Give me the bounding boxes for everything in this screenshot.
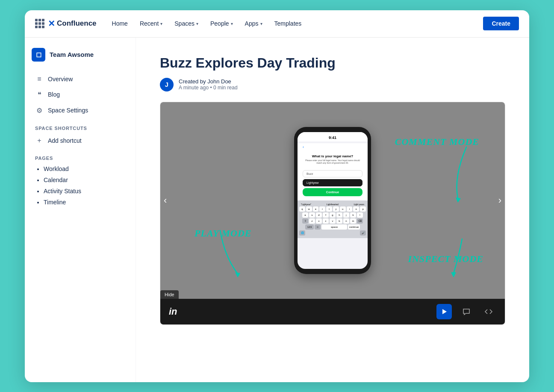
comment-mode-button[interactable]: [459, 304, 474, 319]
top-navigation: ✕ Confluence Home Recent ▾ Spaces ▾ Peop…: [25, 10, 529, 38]
phone-mockup: 9:41 ‹ What is your legal name? Please e…: [294, 127, 371, 274]
sidebar-item-blog[interactable]: ❝ Blog: [32, 87, 129, 102]
nav-spaces[interactable]: Spaces ▾: [169, 17, 203, 30]
svg-marker-0: [456, 197, 461, 203]
phone-time: 9:41: [329, 136, 336, 140]
keyboard-row-2: a s d f g h j k l: [299, 212, 366, 218]
inspect-mode-button[interactable]: [481, 304, 496, 319]
svg-marker-2: [451, 272, 456, 277]
phone-screen: 9:41 ‹ What is your legal name? Please e…: [298, 132, 368, 269]
embed-prev-button[interactable]: ‹: [164, 195, 167, 206]
keyboard-bottom-row: 🌐 🎤: [299, 230, 366, 236]
embed-toolbar: in: [160, 299, 505, 324]
nav-items: Home Recent ▾ Spaces ▾ People ▾ Apps ▾ T…: [107, 17, 477, 30]
phone-field-first: Buzz: [303, 170, 362, 177]
embed-next-button[interactable]: ›: [498, 195, 501, 206]
body-area: ◻ Team Awsome ≡ Overview ❝ Blog ⚙ Space …: [25, 38, 529, 382]
author-info: Created by John Doe A minute ago • 0 min…: [179, 78, 238, 91]
sidebar-item-label: Overview: [48, 76, 73, 83]
hide-button[interactable]: Hide: [160, 290, 179, 299]
phone-input-area: Buzz Lightyear Continue: [298, 168, 368, 200]
phone-continue-button[interactable]: Continue: [303, 188, 362, 196]
invision-logo: in: [169, 306, 177, 317]
toolbar-actions: [436, 304, 496, 319]
code-icon: [484, 307, 493, 316]
annotation-play-mode: Play Mode: [194, 228, 251, 239]
add-shortcut-item[interactable]: + Add shortcut: [32, 133, 129, 148]
phone-suggestions: "Lightyear" Lighthearted Light years: [299, 202, 366, 206]
play-mode-button[interactable]: [436, 304, 452, 319]
nav-templates[interactable]: Templates: [269, 17, 307, 30]
blog-icon: ❝: [35, 91, 44, 99]
confluence-logo[interactable]: ✕ Confluence: [48, 18, 97, 29]
nav-apps[interactable]: Apps ▾: [240, 17, 268, 30]
embed-body: ‹ › 9:41 ‹ What is your legal n: [160, 102, 505, 299]
author-row: J Created by John Doe A minute ago • 0 m…: [160, 78, 505, 91]
space-name: Team Awsome: [50, 51, 94, 58]
avatar: J: [160, 78, 174, 91]
add-shortcut-label: Add shortcut: [48, 137, 82, 144]
nav-people[interactable]: People ▾: [205, 17, 238, 30]
keyboard-row-3: ⇧ z x c v b n m ⌫: [299, 218, 366, 224]
add-icon: +: [35, 137, 44, 144]
spaces-chevron-icon: ▾: [196, 21, 198, 26]
app-switcher-icon[interactable]: [35, 19, 44, 28]
keyboard-row-4: 123 ☺ space continue: [299, 224, 366, 230]
author-meta: A minute ago • 0 min read: [179, 85, 238, 91]
space-header[interactable]: ◻ Team Awsome: [32, 48, 129, 62]
sidebar-item-space-settings[interactable]: ⚙ Space Settings: [32, 103, 129, 118]
sidebar-item-label: Blog: [48, 91, 60, 98]
play-icon: [441, 308, 448, 315]
author-name: Created by John Doe: [179, 78, 238, 85]
confluence-x-icon: ✕: [48, 18, 55, 29]
svg-marker-3: [442, 309, 447, 314]
nav-recent[interactable]: Recent ▾: [135, 17, 168, 30]
shortcuts-section-label: SPACE SHORTCUTS: [32, 119, 129, 133]
recent-chevron-icon: ▾: [160, 21, 162, 26]
apps-chevron-icon: ▾: [260, 21, 262, 26]
page-item-activity-status[interactable]: Activity Status: [44, 186, 129, 197]
create-button[interactable]: Create: [483, 17, 519, 30]
page-title: Buzz Explores Day Trading: [160, 55, 505, 71]
page-item-workload[interactable]: Workload: [44, 163, 129, 174]
phone-topbar: 9:41: [298, 132, 368, 141]
invision-embed: ‹ › 9:41 ‹ What is your legal n: [160, 102, 505, 325]
page-item-timeline[interactable]: Timeline: [44, 197, 129, 208]
space-icon: ◻: [32, 48, 45, 62]
main-content: Buzz Explores Day Trading J Created by J…: [136, 38, 529, 382]
comment-icon: [462, 307, 471, 316]
confluence-wordmark: Confluence: [57, 19, 97, 28]
settings-icon: ⚙: [35, 106, 44, 115]
logo-area: ✕ Confluence: [35, 18, 97, 29]
phone-question: What is your legal name? Please enter yo…: [298, 151, 368, 168]
sidebar-item-overview[interactable]: ≡ Overview: [32, 72, 129, 86]
svg-marker-1: [235, 272, 240, 277]
comment-arrow-icon: [432, 143, 483, 203]
phone-keyboard: "Lightyear" Lighthearted Light years q w…: [298, 200, 368, 238]
annotation-inspect-mode: Inspect Mode: [408, 253, 483, 265]
keyboard-row-1: q w e r t y u i o p: [299, 206, 366, 212]
sidebar-item-label: Space Settings: [48, 107, 88, 114]
sidebar: ◻ Team Awsome ≡ Overview ❝ Blog ⚙ Space …: [25, 38, 136, 382]
phone-back[interactable]: ‹: [298, 143, 368, 151]
nav-home[interactable]: Home: [107, 17, 133, 30]
annotation-comment-mode: Comment Mode: [395, 136, 479, 147]
people-chevron-icon: ▾: [231, 21, 233, 26]
pages-section-label: PAGES: [32, 149, 129, 163]
pages-list: Workload Calendar Activity Status Timeli…: [32, 163, 129, 208]
overview-icon: ≡: [35, 75, 44, 83]
page-item-calendar[interactable]: Calendar: [44, 174, 129, 186]
phone-field-last: Lightyear: [303, 179, 362, 186]
